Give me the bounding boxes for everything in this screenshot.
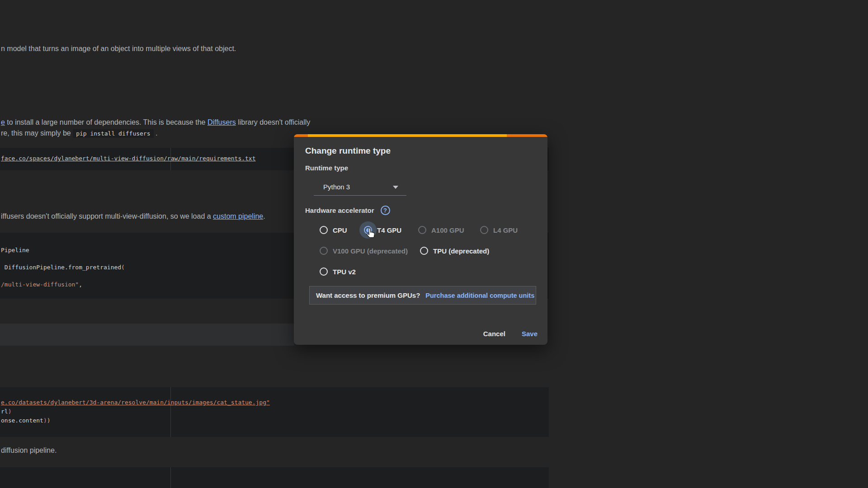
premium-question-text: Want access to premium GPUs? <box>316 291 420 299</box>
runtime-type-value: Python 3 <box>323 183 350 191</box>
paragraph-text: iffusers doesn't officially support mult… <box>1 212 213 220</box>
radio-icon <box>418 226 426 234</box>
cell-output-strip <box>0 324 294 346</box>
radio-option-v100-gpu[interactable]: V100 GPU (deprecated) <box>320 246 408 256</box>
notebook-paragraph: re, this may simply be pip install diffu… <box>1 129 157 137</box>
cell-gutter-line <box>170 387 171 437</box>
radio-icon <box>320 267 328 276</box>
code-cell-image: e.co/datasets/dylanebert/3d-arena/resolv… <box>0 387 549 437</box>
notebook-paragraph: n model that turns an image of an object… <box>1 45 236 53</box>
radio-icon <box>320 247 328 255</box>
runtime-type-select[interactable]: Python 3 <box>314 178 406 196</box>
radio-label: V100 GPU (deprecated) <box>333 247 408 255</box>
notebook-paragraph: iffusers doesn't officially support mult… <box>1 212 265 221</box>
radio-icon <box>420 247 428 255</box>
paragraph-text: re, this may simply be <box>1 129 73 137</box>
radio-icon <box>320 226 328 234</box>
code-token: , <box>79 281 82 288</box>
radio-option-cpu[interactable]: CPU <box>320 225 347 235</box>
code-line: onse.content)) <box>1 417 51 424</box>
runtime-type-label: Runtime type <box>305 164 348 172</box>
premium-gpu-banner: Want access to premium GPUs? Purchase ad… <box>309 286 536 305</box>
code-token: Pipeline <box>1 247 29 253</box>
cell-gutter-line <box>170 467 171 488</box>
radio-label: CPU <box>333 226 347 234</box>
paragraph-text: to install a large number of dependencie… <box>5 118 208 126</box>
code-line: Pipeline <box>1 247 29 253</box>
radio-label: T4 GPU <box>377 226 401 234</box>
paragraph-text: . <box>154 129 158 137</box>
code-token: DiffusionPipeline.from_pretrained <box>1 264 121 271</box>
chevron-down-icon <box>393 186 398 189</box>
help-icon[interactable]: ? <box>381 206 390 215</box>
purchase-compute-units-link[interactable]: Purchase additional compute units <box>425 292 534 299</box>
notebook-paragraph: e to install a large number of dependenc… <box>1 118 310 127</box>
code-line: e.co/datasets/dylanebert/3d-arena/resolv… <box>1 399 270 406</box>
code-line: /multi-view-diffusion", <box>1 281 82 288</box>
code-token: /multi-view-diffusion" <box>1 281 79 288</box>
code-cell-bottom <box>0 467 549 488</box>
custom-pipeline-link[interactable]: custom pipeline <box>213 212 263 220</box>
pointer-cursor-icon <box>365 227 377 239</box>
paragraph-text: . <box>263 212 265 220</box>
radio-option-tpu[interactable]: TPU (deprecated) <box>420 246 489 256</box>
code-token: rl <box>1 408 8 415</box>
radio-option-l4-gpu[interactable]: L4 GPU <box>480 225 518 235</box>
code-token: ) <box>8 408 12 415</box>
inline-code: pip install diffusers <box>73 129 153 138</box>
code-line: rl) <box>1 408 11 415</box>
image-url-string[interactable]: e.co/datasets/dylanebert/3d-arena/resolv… <box>1 399 270 406</box>
code-token: ) <box>43 417 47 424</box>
dialog-actions: Cancel Save <box>483 325 538 342</box>
intro-text: n model that turns an image of an object… <box>1 45 236 52</box>
save-button[interactable]: Save <box>522 330 538 338</box>
code-token: onse.content <box>1 417 43 424</box>
dialog-title: Change runtime type <box>305 146 391 156</box>
progress-bar <box>294 134 547 137</box>
radio-label: TPU v2 <box>333 268 356 276</box>
radio-option-a100-gpu[interactable]: A100 GPU <box>418 225 464 235</box>
code-token: ( <box>121 264 125 271</box>
code-line: DiffusionPipeline.from_pretrained( <box>1 264 125 271</box>
diffusers-link[interactable]: Diffusers <box>208 118 236 126</box>
outro-text: diffusion pipeline. <box>1 446 57 454</box>
hardware-accelerator-row: Hardware accelerator ? <box>305 206 390 215</box>
radio-label: A100 GPU <box>431 226 464 234</box>
radio-label: L4 GPU <box>493 226 518 234</box>
change-runtime-dialog: Change runtime type Runtime type Python … <box>294 134 547 345</box>
cancel-button[interactable]: Cancel <box>483 330 505 338</box>
code-line: face.co/spaces/dylanebert/multi-view-dif… <box>1 155 256 162</box>
colab-notebook-screen: n model that turns an image of an object… <box>0 0 868 488</box>
paragraph-text: library doesn't officially <box>236 118 311 126</box>
progress-bar-active <box>308 134 507 137</box>
radio-icon <box>480 226 488 234</box>
notebook-paragraph: diffusion pipeline. <box>1 446 57 455</box>
requirements-url-link[interactable]: face.co/spaces/dylanebert/multi-view-dif… <box>1 155 256 162</box>
hardware-accelerator-label: Hardware accelerator <box>305 206 374 214</box>
radio-label: TPU (deprecated) <box>433 247 489 255</box>
code-token: ) <box>47 417 51 424</box>
radio-option-tpu-v2[interactable]: TPU v2 <box>320 267 356 277</box>
truncated-link[interactable]: e <box>1 118 5 126</box>
